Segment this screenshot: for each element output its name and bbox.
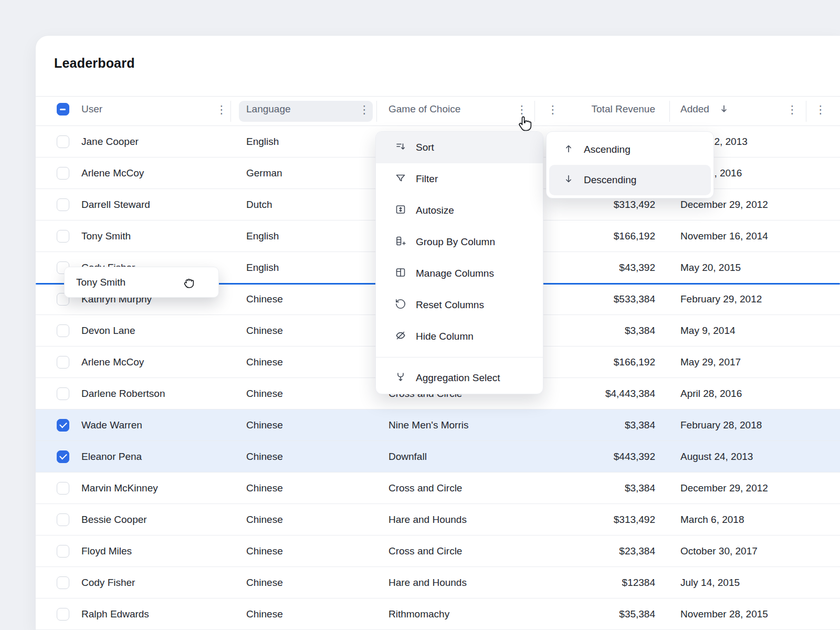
revenue-column-menu-icon[interactable]: [546, 103, 560, 116]
table-row-selected[interactable]: Wade Warren Chinese Nine Men's Morris $3…: [36, 410, 840, 441]
menu-item-sort[interactable]: Sort: [376, 132, 543, 163]
menu-item-manage-columns[interactable]: Manage Columns: [376, 258, 543, 289]
row-checkbox[interactable]: [57, 135, 69, 148]
user-column-menu-icon[interactable]: [215, 103, 228, 116]
cell-revenue: $4,443,384: [534, 388, 669, 400]
row-checkbox[interactable]: [57, 167, 69, 180]
cell-user: Arlene McCoy: [81, 356, 246, 368]
cell-language: Chinese: [246, 419, 388, 431]
menu-item-autosize[interactable]: Autosize: [376, 195, 543, 226]
row-checkbox[interactable]: [57, 482, 69, 495]
cell-game: Hare and Hounds: [388, 577, 534, 589]
menu-item-aggregation-select[interactable]: Aggregation Select: [376, 362, 543, 394]
cell-added: November 16, 2014: [669, 230, 806, 242]
cell-language: Chinese: [246, 608, 388, 620]
cell-user: Eleanor Pena: [81, 451, 246, 463]
row-checkbox-checked[interactable]: [57, 450, 69, 463]
row-checkbox[interactable]: [57, 198, 69, 211]
aggregation-select-icon: [395, 371, 406, 385]
cell-user: Devon Lane: [81, 325, 246, 337]
table-row[interactable]: Cody Fisher Chinese Hare and Hounds $123…: [36, 567, 840, 598]
cell-added: November 28, 2015: [669, 608, 806, 620]
leaderboard-screen: Leaderboard User Language Game of Choice…: [0, 0, 840, 630]
cell-game: Downfall: [388, 451, 534, 463]
cell-added: October 30, 2017: [669, 545, 806, 557]
header-divider: [534, 101, 535, 122]
row-checkbox[interactable]: [57, 387, 69, 400]
header-divider: [230, 101, 231, 122]
column-header-language[interactable]: Language: [246, 103, 291, 116]
menu-item-reset-columns[interactable]: Reset Columns: [376, 289, 543, 321]
cell-user: Darlene Robertson: [81, 388, 246, 400]
group-by-column-icon: [395, 235, 406, 249]
cell-revenue: $43,392: [534, 262, 669, 274]
cell-language: Chinese: [246, 325, 388, 337]
cell-language: Chinese: [246, 356, 388, 368]
cell-language: Chinese: [246, 545, 388, 557]
cell-language: English: [246, 230, 388, 242]
cell-added: February 29, 2012: [669, 293, 806, 305]
drag-ghost[interactable]: Tony Smith: [64, 267, 219, 298]
sort-descending-arrow-icon: [719, 104, 729, 116]
row-checkbox[interactable]: [57, 545, 69, 558]
table-header: User Language Game of Choice Total Reven…: [36, 96, 840, 126]
cell-language: Chinese: [246, 388, 388, 400]
menu-item-hide-column[interactable]: Hide Column: [376, 321, 543, 352]
submenu-item-descending[interactable]: Descending: [549, 165, 711, 195]
pointer-hand-cursor-icon: [517, 116, 533, 135]
cell-added: May 9, 2014: [669, 325, 806, 337]
row-checkbox[interactable]: [57, 513, 69, 526]
cell-added: May 29, 2017: [669, 356, 806, 368]
column-header-user[interactable]: User: [81, 103, 102, 116]
cell-game: Cross and Circle: [388, 545, 534, 557]
menu-item-filter[interactable]: Filter: [376, 163, 543, 195]
select-all-checkbox[interactable]: [57, 103, 69, 116]
cell-added: December 29, 2012: [669, 482, 806, 494]
cell-user: Ralph Edwards: [81, 608, 246, 620]
cell-revenue: $3,384: [534, 325, 669, 337]
menu-divider: [376, 357, 543, 358]
submenu-item-label: Ascending: [584, 144, 631, 155]
cell-game: Hare and Hounds: [388, 514, 534, 526]
menu-item-label: Reset Columns: [416, 299, 484, 311]
row-checkbox[interactable]: [57, 356, 69, 369]
cell-revenue: $313,492: [534, 199, 669, 211]
cell-revenue: $3,384: [534, 482, 669, 494]
added-column-menu-icon[interactable]: [785, 103, 799, 116]
row-checkbox[interactable]: [57, 608, 69, 621]
menu-item-group-by-column[interactable]: Group By Column: [376, 226, 543, 258]
language-column-menu-icon[interactable]: [358, 103, 371, 116]
table-row-selected[interactable]: Eleanor Pena Chinese Downfall $443,392 A…: [36, 441, 840, 472]
table-row[interactable]: Bessie Cooper Chinese Hare and Hounds $3…: [36, 504, 840, 536]
cell-revenue: $313,492: [534, 514, 669, 526]
menu-item-label: Autosize: [416, 205, 454, 216]
cell-language: Chinese: [246, 482, 388, 494]
row-checkbox[interactable]: [57, 576, 69, 589]
submenu-item-ascending[interactable]: Ascending: [549, 134, 711, 165]
cell-language: Chinese: [246, 451, 388, 463]
cell-revenue: $23,384: [534, 545, 669, 557]
column-header-added[interactable]: Added: [680, 103, 709, 116]
column-header-game[interactable]: Game of Choice: [388, 103, 460, 116]
table-row[interactable]: Floyd Miles Chinese Cross and Circle $23…: [36, 536, 840, 567]
cell-added: July 14, 2015: [669, 577, 806, 589]
grabbing-hand-cursor-icon: [182, 275, 197, 292]
table-row[interactable]: Marvin McKinney Chinese Cross and Circle…: [36, 472, 840, 504]
cell-added: March 6, 2018: [669, 514, 806, 526]
cell-user: Marvin McKinney: [81, 482, 246, 494]
row-checkbox[interactable]: [57, 324, 69, 337]
cell-added: February 28, 2018: [669, 419, 806, 431]
cell-user: Wade Warren: [81, 419, 246, 431]
cell-language: Dutch: [246, 199, 388, 211]
cell-language: Chinese: [246, 577, 388, 589]
table-row[interactable]: Ralph Edwards Chinese Rithmomachy $35,38…: [36, 598, 840, 630]
cell-game: Rithmomachy: [388, 608, 534, 620]
row-checkbox[interactable]: [57, 230, 69, 243]
cell-user: Jane Cooper: [81, 136, 246, 148]
filter-icon: [395, 172, 406, 186]
extra-column-menu-icon[interactable]: [814, 103, 827, 116]
row-checkbox-checked[interactable]: [57, 419, 69, 432]
cell-user: Bessie Cooper: [81, 514, 246, 526]
game-column-menu-icon[interactable]: [515, 103, 529, 116]
column-header-revenue[interactable]: Total Revenue: [561, 103, 655, 116]
